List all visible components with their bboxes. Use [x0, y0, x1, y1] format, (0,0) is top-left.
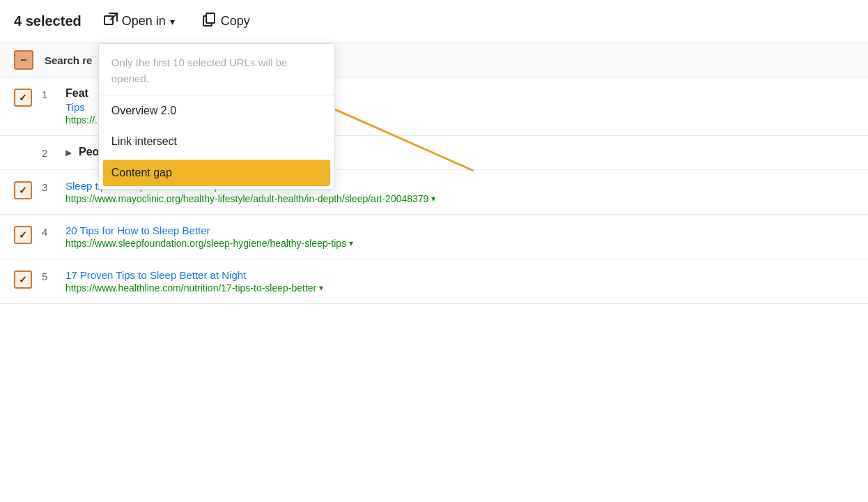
header-label: Search re [45, 54, 92, 66]
external-link-icon [104, 13, 118, 30]
row-5-url-text: https://www.healthline.com/nutrition/17-… [65, 282, 316, 294]
row-4-url[interactable]: https://www.sleepfoundation.org/sleep-hy… [65, 238, 854, 249]
copy-label: Copy [221, 14, 250, 29]
svg-rect-2 [206, 13, 215, 23]
row-5-content: 17 Proven Tips to Sleep Better at Night … [65, 269, 854, 294]
row-5-checkbox[interactable]: ✓ [14, 271, 32, 289]
table-row: ✓ 4 20 Tips for How to Sleep Better http… [0, 215, 868, 259]
row-1-checkbox[interactable]: ✓ [14, 89, 32, 107]
open-in-dropdown-container: Open in ▾ Only the first 10 selected URL… [98, 10, 180, 33]
minus-icon: – [21, 54, 27, 66]
selected-count: 4 selected [14, 13, 82, 29]
copy-button[interactable]: Copy [197, 10, 256, 33]
row-4-content: 20 Tips for How to Sleep Better https://… [65, 225, 854, 249]
table-row: ✓ 5 17 Proven Tips to Sleep Better at Ni… [0, 259, 868, 304]
dropdown-item-content-gap[interactable]: Content gap [103, 160, 330, 186]
row-4-url-text: https://www.sleepfoundation.org/sleep-hy… [65, 238, 346, 249]
row-2-num: 2 [42, 147, 56, 159]
row-4-checkbox[interactable]: ✓ [14, 226, 32, 244]
open-in-dropdown-menu: Only the first 10 selected URLs will be … [98, 43, 335, 190]
triangle-icon: ▶ [65, 148, 72, 158]
row-1-num: 1 [42, 89, 56, 100]
row-3-checkbox[interactable]: ✓ [14, 181, 32, 199]
row-3-num: 3 [42, 181, 56, 193]
row-5-url-dropdown-icon[interactable]: ▾ [319, 283, 323, 293]
row-5-url[interactable]: https://www.healthline.com/nutrition/17-… [65, 282, 854, 294]
open-in-label: Open in [122, 14, 166, 29]
dropdown-warning: Only the first 10 selected URLs will be … [99, 44, 334, 96]
row-4-url-dropdown-icon[interactable]: ▾ [349, 238, 353, 248]
checkmark-icon: ✓ [19, 92, 27, 103]
checkmark-icon: ✓ [19, 229, 27, 241]
checkmark-icon: ✓ [19, 185, 27, 196]
row-3-url-dropdown-icon[interactable]: ▾ [431, 194, 435, 204]
row-4-num: 4 [42, 226, 56, 238]
row-5-num: 5 [42, 271, 56, 282]
row-3-url[interactable]: https://www.mayoclinic.org/healthy-lifes… [65, 193, 854, 204]
toolbar: 4 selected Open in ▾ Only the first 10 s… [0, 0, 868, 43]
svg-rect-0 [104, 16, 113, 24]
row-5-link[interactable]: 17 Proven Tips to Sleep Better at Night [65, 269, 854, 281]
header-checkbox[interactable]: – [14, 50, 33, 70]
dropdown-arrow-icon: ▾ [170, 16, 175, 27]
row-4-link[interactable]: 20 Tips for How to Sleep Better [65, 225, 854, 236]
checkmark-icon: ✓ [19, 274, 27, 285]
open-in-button[interactable]: Open in ▾ [98, 10, 180, 33]
copy-icon [203, 13, 217, 30]
dropdown-item-link-intersect[interactable]: Link intersect [99, 126, 334, 157]
row-3-url-text: https://www.mayoclinic.org/healthy-lifes… [65, 193, 428, 204]
dropdown-item-overview[interactable]: Overview 2.0 [99, 96, 334, 126]
